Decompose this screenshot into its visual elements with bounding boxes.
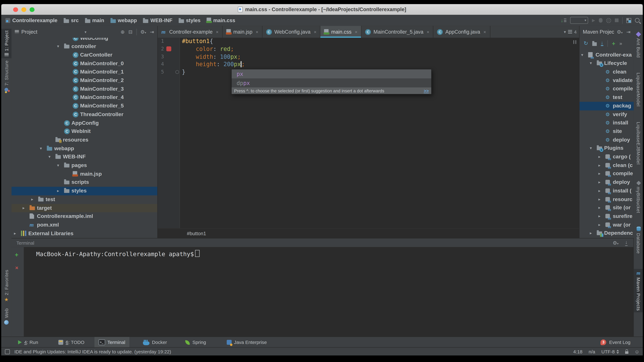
breadcrumb-item[interactable]: main.css xyxy=(206,17,235,23)
code-line[interactable]: width: 100px; xyxy=(182,53,241,60)
event-log-button[interactable]: 3 Event Log xyxy=(600,337,630,348)
gear-icon[interactable]: ⚙▾ xyxy=(613,240,618,246)
chevron-right-icon[interactable]: ▸ xyxy=(598,204,600,212)
toolbar-button-javaee[interactable]: Java Enterprise xyxy=(222,337,271,348)
line-separator[interactable]: n/a xyxy=(589,349,595,354)
stripe-tab-database[interactable]: Database xyxy=(634,225,643,256)
breakpoint-icon[interactable] xyxy=(166,46,171,51)
toolbar-button-docker[interactable]: Docker xyxy=(139,337,171,348)
stripe-tab----favorites[interactable]: 2: Favorites xyxy=(1,268,12,304)
stripe-tab----project[interactable]: 1: Project xyxy=(1,29,12,58)
inspections-hector-icon[interactable]: ☺ xyxy=(634,349,640,355)
tool-windows-icon[interactable] xyxy=(626,18,631,23)
tree-row[interactable]: clean xyxy=(580,68,634,76)
completion-item[interactable]: px xyxy=(232,69,431,78)
tree-row[interactable]: install xyxy=(580,119,634,127)
stop-icon[interactable] xyxy=(615,18,619,22)
tree-row[interactable]: ▸cargo ( xyxy=(580,153,634,161)
tree-row[interactable]: site xyxy=(580,127,634,136)
tree-row[interactable]: ▸styles xyxy=(12,187,157,195)
collapse-all-icon[interactable]: ⊟ xyxy=(128,29,132,35)
run-configuration-select[interactable]: ▾ xyxy=(570,17,588,24)
tree-row[interactable]: ▾Controller-exa xyxy=(580,51,634,59)
tab-main-jsp[interactable]: main.jsp× xyxy=(223,26,262,38)
toolbar-button-todo[interactable]: 6: TODO xyxy=(54,337,88,348)
download-sources-icon[interactable]: ↓ xyxy=(601,41,603,46)
tree-row[interactable]: main.jsp xyxy=(12,170,157,178)
tree-row[interactable]: ▾pages xyxy=(12,161,157,170)
tree-row[interactable]: validate xyxy=(580,76,634,85)
tree-row[interactable]: ▸clean (c xyxy=(580,161,634,170)
tree-row[interactable]: ThreadController xyxy=(12,110,157,119)
terminal-output[interactable]: MacBook-Air-Apathy:Controllerexample apa… xyxy=(24,247,634,337)
tree-row[interactable]: WebInit xyxy=(12,127,157,136)
tree-row[interactable]: ▸install ( xyxy=(580,187,634,195)
view-mode-chevron-icon[interactable]: ▾ xyxy=(84,30,86,34)
tree-row[interactable]: MainController_4 xyxy=(12,93,157,102)
breadcrumb-item[interactable]: WEB-INF xyxy=(143,17,172,23)
code-line[interactable]: color: red; xyxy=(182,45,234,53)
debug-icon[interactable] xyxy=(599,18,603,23)
chevron-down-icon[interactable]: ▾ xyxy=(590,59,592,68)
update-project-icon[interactable]: ↓ xyxy=(561,17,566,23)
chevron-down-icon[interactable]: ▾ xyxy=(581,51,583,59)
chevron-right-icon[interactable]: ▸ xyxy=(57,187,59,195)
breadcrumb-item[interactable]: webapp xyxy=(110,17,137,23)
tree-row[interactable]: ▸External Libraries xyxy=(12,229,157,238)
close-icon[interactable]: × xyxy=(484,29,486,34)
chevron-right-icon[interactable]: ▸ xyxy=(598,187,600,195)
tree-row[interactable]: ▾Lifecycle xyxy=(580,59,634,68)
tree-row[interactable]: ▾Plugins xyxy=(580,144,634,153)
tree-row[interactable]: pom.xml xyxy=(12,221,157,229)
chevron-right-icon[interactable]: ▸ xyxy=(31,195,33,204)
coverage-icon[interactable] xyxy=(606,18,611,23)
tree-row[interactable]: test xyxy=(580,93,634,102)
toolbar-button-run[interactable]: 4: Run xyxy=(14,337,42,348)
chevron-down-icon[interactable]: ▾ xyxy=(48,153,50,161)
stripe-tab-ant-build[interactable]: Ant Build xyxy=(634,31,643,59)
tab-maincontroller-5-java[interactable]: MainController_5.java× xyxy=(362,26,433,38)
stripe-tab-liquibaseejbmodel[interactable]: LiquibaseEJBModel xyxy=(634,120,643,166)
status-message[interactable]: IDE and Plugin Updates: IntelliJ IDEA is… xyxy=(14,349,171,354)
tree-row[interactable]: CarContoller xyxy=(12,51,157,59)
more-actions-icon[interactable]: » xyxy=(620,40,622,46)
tree-row[interactable]: ▾controller xyxy=(12,42,157,51)
readonly-lock-icon[interactable] xyxy=(625,351,628,354)
locate-file-icon[interactable]: ⊕ xyxy=(120,29,125,35)
generate-sources-icon[interactable] xyxy=(592,42,597,46)
completion-item[interactable]: dppx xyxy=(232,78,431,87)
gear-icon[interactable]: ⚙▾ xyxy=(140,29,146,35)
stripe-tab-maven-projects[interactable]: Maven Projects xyxy=(634,269,643,313)
gear-icon[interactable]: ⚙▾ xyxy=(617,29,622,35)
tree-row[interactable]: MainController_2 xyxy=(12,76,157,85)
breadcrumb-item[interactable]: src xyxy=(64,17,78,23)
chevron-right-icon[interactable]: ▸ xyxy=(590,229,592,238)
tree-row[interactable]: deploy xyxy=(580,136,634,144)
code-line[interactable]: } xyxy=(182,68,185,76)
chevron-right-icon[interactable]: ▸ xyxy=(23,204,25,212)
tree-row[interactable]: ▸compile xyxy=(580,170,634,178)
chevron-right-icon[interactable]: ▸ xyxy=(598,178,600,187)
close-icon[interactable]: × xyxy=(355,29,358,34)
chevron-right-icon[interactable]: ▸ xyxy=(598,170,600,178)
chevron-right-icon[interactable]: ▸ xyxy=(14,229,16,238)
tree-row[interactable]: ▸war (or xyxy=(580,221,634,229)
tab-main-css[interactable]: main.css× xyxy=(320,26,362,38)
completion-hint-more-link[interactable]: >> xyxy=(424,88,429,93)
chevron-down-icon[interactable]: ▾ xyxy=(57,42,59,51)
editor-body[interactable]: 12345 #button1{ color: red; width: 100px… xyxy=(158,38,579,228)
tree-row[interactable]: compile xyxy=(580,85,634,93)
stripe-tab----structure[interactable]: 7: Structure xyxy=(1,59,12,93)
minimize-panel-icon[interactable]: ↓ xyxy=(625,240,628,246)
search-everywhere-icon[interactable] xyxy=(635,18,640,23)
chevron-down-icon[interactable]: ▾ xyxy=(57,161,59,170)
css-selector-breadcrumb[interactable]: #button1 xyxy=(187,231,206,236)
toolbar-button-spring[interactable]: Spring xyxy=(181,337,210,348)
tree-row[interactable]: ▸surefire xyxy=(580,212,634,221)
chevron-right-icon[interactable]: ▸ xyxy=(598,153,600,161)
brace-fold-icon[interactable] xyxy=(175,70,179,74)
tree-row[interactable]: verify xyxy=(580,110,634,119)
stripe-tab-liquibasemodel[interactable]: LiquibaseModel xyxy=(634,71,643,108)
tree-row[interactable]: MainController_5 xyxy=(12,102,157,110)
breadcrumb-item[interactable]: styles xyxy=(178,17,200,23)
